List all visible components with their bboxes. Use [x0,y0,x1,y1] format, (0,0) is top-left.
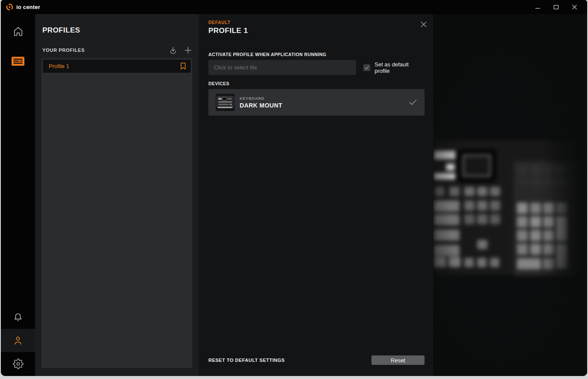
close-icon [420,21,427,28]
profiles-panel: PROFILES YOUR PROFILES [35,14,199,376]
home-icon [12,26,24,37]
profile-name: Profile 1 [49,63,69,69]
devices-label: DEVICES [208,81,425,86]
profile-detail-title: PROFILE 1 [208,27,425,35]
sidebar-item-notifications[interactable] [1,306,35,329]
profiles-panel-title: PROFILES [42,26,192,35]
gear-icon [13,358,24,369]
hero-area [433,14,587,376]
your-profiles-label: YOUR PROFILES [42,48,85,53]
default-profile-checkbox-label: Set as default profile [374,61,425,74]
maximize-button[interactable] [552,4,559,11]
device-category-label: KEYBOARD [240,96,282,101]
select-file-input[interactable] [208,60,356,75]
checkbox-box [363,64,370,71]
sidebar-item-account[interactable] [1,329,35,352]
reset-to-default-label: RESET TO DEFAULT SETTINGS [208,358,285,363]
minimize-button[interactable] [534,4,541,11]
check-icon [364,65,369,70]
device-thumbnail [216,94,235,111]
plus-icon [184,46,192,54]
device-name-label: DARK MOUNT [240,102,282,109]
person-icon [12,335,24,346]
bell-icon [12,312,24,323]
app-window: io center [1,0,587,376]
close-window-button[interactable] [571,4,578,11]
app-logo: io center [6,3,40,11]
sidebar-item-devices[interactable] [1,49,35,73]
sidebar-item-home[interactable] [1,19,35,43]
app-title: io center [16,4,40,10]
device-selected-check-icon [409,99,417,105]
device-card[interactable]: KEYBOARD DARK MOUNT [208,89,425,116]
default-profile-checkbox[interactable]: Set as default profile [363,61,425,74]
window-controls [534,4,578,11]
iocenter-logo-icon [6,3,13,11]
import-profile-button[interactable] [169,46,177,54]
activate-profile-label: ACTIVATE PROFILE WHEN APPLICATION RUNNIN… [208,52,425,57]
keyboard-icon [11,56,25,66]
reset-button[interactable]: Reset [371,355,425,365]
profile-list: Profile 1 [42,58,192,368]
desktop-background: io center [0,0,588,379]
profile-list-item[interactable]: Profile 1 [42,59,191,73]
titlebar: io center [1,0,587,14]
sidebar-item-settings[interactable] [1,352,35,375]
import-icon [169,46,177,54]
sidebar [1,14,35,376]
profile-detail-panel: DEFAULT PROFILE 1 ACTIVATE PROFILE WHEN … [199,14,433,376]
bookmark-icon[interactable] [180,63,186,70]
add-profile-button[interactable] [184,46,192,54]
default-badge: DEFAULT [208,20,425,25]
close-detail-button[interactable] [420,21,428,28]
keyboard-photo-vignette [433,14,587,376]
